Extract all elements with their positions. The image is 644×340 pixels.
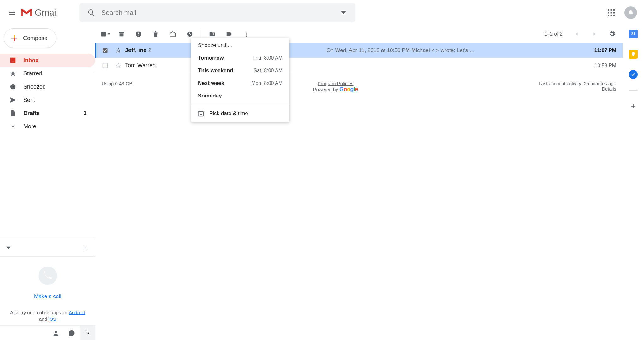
plus-icon[interactable] (83, 245, 89, 251)
plus-icon (10, 34, 19, 43)
snooze-menu: Snooze until… Tomorrow Thu, 8:00 AM This… (191, 38, 289, 122)
details-link[interactable]: Details (539, 86, 616, 91)
svg-rect-4 (611, 12, 612, 14)
main-menu-button[interactable] (4, 5, 20, 20)
hangouts-tab-phone[interactable] (80, 326, 95, 340)
row-checkbox[interactable] (98, 62, 112, 69)
ios-link[interactable]: iOS (48, 316, 56, 322)
svg-rect-18 (103, 63, 108, 68)
svg-rect-0 (608, 9, 609, 11)
svg-rect-3 (608, 12, 609, 14)
trash-icon (152, 31, 159, 38)
rail-tasks-button[interactable] (629, 70, 638, 79)
hangouts-tab-chat[interactable] (64, 326, 80, 340)
main-content: 1–2 of 2 Jeff, me 2 On Wed, Apr 11, 2018… (95, 25, 623, 340)
file-icon (9, 110, 16, 117)
left-sidebar: Compose Inbox Starred Snoozed Sent Draft… (0, 26, 95, 340)
svg-rect-1 (611, 9, 612, 11)
action-toolbar: 1–2 of 2 (95, 25, 623, 43)
chat-bubble-icon (68, 330, 75, 337)
sidebar-item-starred[interactable]: Starred (0, 67, 95, 80)
caret-down-icon (107, 32, 110, 36)
sidebar-item-drafts[interactable]: Drafts 1 (0, 107, 95, 120)
svg-rect-7 (611, 15, 612, 16)
hangouts-body: Make a call Also try our mobile apps for… (0, 257, 95, 325)
check-icon (631, 72, 636, 77)
search-button[interactable] (84, 5, 99, 20)
sidebar-item-sent[interactable]: Sent (0, 93, 95, 107)
svg-rect-12 (102, 34, 105, 34)
row-checkbox[interactable] (98, 47, 112, 54)
report-spam-button[interactable] (131, 27, 146, 41)
storage-text: Using 0.43 GB (102, 81, 133, 93)
rail-keep-button[interactable] (629, 50, 638, 59)
bell-icon (628, 9, 634, 16)
chevron-left-icon (574, 31, 580, 37)
compose-label: Compose (23, 35, 47, 42)
gmail-logo[interactable]: Gmail (20, 8, 58, 18)
google-logo: Google (339, 86, 358, 92)
clock-icon (9, 83, 16, 90)
search-input[interactable] (99, 9, 336, 16)
gmail-logo-text: Gmail (35, 8, 58, 18)
label-icon (226, 31, 233, 38)
sidebar-item-inbox[interactable]: Inbox (0, 54, 95, 67)
app-header: Gmail (0, 0, 644, 25)
more-vert-icon (243, 31, 250, 38)
phone-icon (84, 330, 91, 337)
android-link[interactable]: Android (69, 310, 85, 315)
search-icon (87, 9, 95, 16)
inbox-icon (9, 57, 16, 64)
mark-read-button[interactable] (165, 27, 181, 41)
google-apps-button[interactable] (604, 5, 619, 20)
star-outline-icon (115, 47, 122, 54)
message-list: Jeff, me 2 On Wed, Apr 11, 2018 at 10:56… (95, 43, 623, 73)
snooze-menu-header: Snooze until… (191, 38, 289, 52)
star-icon (9, 70, 16, 77)
snooze-option-someday[interactable]: Someday (191, 90, 289, 102)
compose-button[interactable]: Compose (4, 28, 56, 48)
search-bar[interactable] (79, 3, 355, 22)
rail-calendar-button[interactable]: 31 (629, 30, 638, 38)
make-call-link[interactable]: Make a call (6, 293, 89, 300)
snooze-option-tomorrow[interactable]: Tomorrow Thu, 8:00 AM (191, 52, 289, 64)
notifications-button[interactable] (624, 6, 637, 19)
sidebar-item-snoozed[interactable]: Snoozed (0, 80, 95, 93)
svg-rect-2 (613, 9, 615, 11)
newer-button[interactable] (587, 27, 602, 41)
select-dropdown-button[interactable] (98, 27, 112, 41)
snooze-option-nextweek[interactable]: Next week Mon, 8:00 AM (191, 77, 289, 90)
hangouts-tabs (0, 325, 95, 340)
sidebar-item-more[interactable]: More (0, 120, 95, 133)
settings-button[interactable] (604, 27, 620, 41)
checkbox-indeterminate-icon (100, 31, 107, 37)
rail-add-button[interactable] (629, 102, 638, 111)
program-policies-link[interactable]: Program Policies (318, 81, 353, 86)
svg-rect-8 (613, 15, 615, 16)
activity-text: Last account activity: 25 minutes ago (539, 81, 616, 86)
pager-text: 1–2 of 2 (544, 31, 563, 37)
calendar-icon: 31 (631, 32, 635, 36)
lightbulb-icon (631, 52, 636, 57)
snooze-pick-datetime[interactable]: Pick date & time (191, 106, 289, 121)
svg-point-15 (246, 33, 247, 35)
svg-point-16 (246, 36, 247, 37)
delete-button[interactable] (148, 27, 164, 41)
archive-button[interactable] (114, 27, 129, 41)
star-outline-icon (115, 62, 122, 69)
caret-down-icon[interactable] (6, 246, 11, 250)
hangouts-tab-contacts[interactable] (48, 326, 64, 340)
message-row[interactable]: Jeff, me 2 On Wed, Apr 11, 2018 at 10:56… (95, 43, 623, 58)
row-star[interactable] (112, 62, 125, 69)
send-icon (9, 97, 16, 103)
older-button[interactable] (569, 27, 585, 41)
chevron-right-icon (591, 31, 598, 37)
message-row[interactable]: Tom Warren 10:58 PM (95, 58, 623, 73)
svg-point-10 (39, 267, 57, 285)
hangouts-header (0, 239, 95, 257)
row-star[interactable] (112, 47, 125, 54)
search-options-button[interactable] (336, 5, 351, 20)
snooze-option-weekend[interactable]: This weekend Sat, 8:00 AM (191, 64, 289, 77)
svg-point-14 (246, 32, 247, 33)
checkbox-icon (102, 62, 108, 69)
